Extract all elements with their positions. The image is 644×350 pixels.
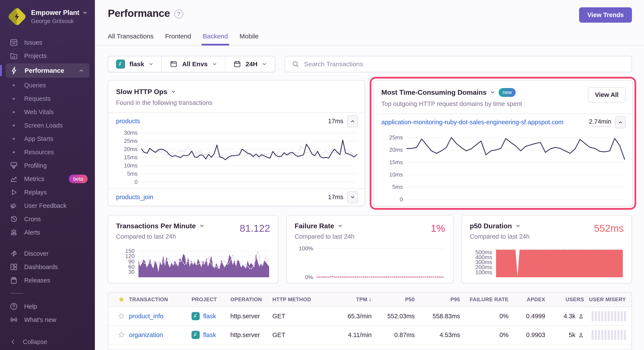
star-filled-icon[interactable] bbox=[118, 296, 125, 303]
tab-mobile[interactable]: Mobile bbox=[240, 33, 258, 45]
org-name[interactable]: Empower Plant bbox=[31, 9, 88, 17]
bullet-icon: • bbox=[10, 81, 18, 90]
tpm-cell: 4.11/min bbox=[348, 331, 372, 338]
column-header-p50[interactable]: P50 bbox=[405, 296, 415, 302]
p95-cell: 4.53ms bbox=[440, 331, 460, 338]
expand-row-button[interactable] bbox=[347, 191, 358, 203]
projects-icon bbox=[10, 52, 18, 60]
chart-plot bbox=[138, 248, 269, 277]
view-trends-button[interactable]: View Trends bbox=[579, 7, 632, 23]
flask-project-icon bbox=[192, 312, 200, 320]
chart-plot bbox=[407, 134, 624, 199]
sidebar-item-queries[interactable]: • Queries bbox=[0, 79, 95, 92]
sidebar-item-projects[interactable]: Projects bbox=[0, 49, 95, 63]
collapse-row-button[interactable] bbox=[615, 116, 626, 128]
sidebar-item-web-vitals[interactable]: • Web Vitals bbox=[0, 105, 95, 119]
sidebar-item-profiling[interactable]: Profiling bbox=[0, 159, 95, 172]
transaction-link[interactable]: products_join bbox=[116, 194, 324, 201]
sort-desc-icon: ↓ bbox=[368, 296, 372, 302]
org-switcher[interactable]: Empower Plant George Gritsouk bbox=[0, 6, 95, 27]
column-header-p95[interactable]: P95 bbox=[450, 296, 460, 302]
column-header-failure-rate[interactable]: FAILURE RATE bbox=[470, 296, 508, 302]
transaction-link[interactable]: product_info bbox=[129, 313, 192, 320]
widget-row: products 17ms bbox=[108, 113, 364, 130]
sidebar-item-what-s-new[interactable]: What's new bbox=[0, 313, 95, 326]
project-link[interactable]: flask bbox=[203, 331, 216, 338]
sidebar-item-issues[interactable]: Issues bbox=[0, 36, 95, 49]
sidebar-item-user-feedback[interactable]: User Feedback bbox=[0, 199, 95, 212]
failure-rate-title[interactable]: Failure Rate bbox=[294, 222, 445, 230]
tabs-divider bbox=[95, 45, 644, 46]
tab-all-transactions[interactable]: All Transactions bbox=[108, 33, 154, 45]
transaction-link[interactable]: application-monitoring-ruby-dot-sales-en… bbox=[381, 119, 585, 126]
table-row: organization flask http.server GET 4.11/… bbox=[108, 326, 632, 344]
tpm-cell: 65.3/min bbox=[348, 313, 372, 320]
table-row: product_info flask http.server GET 65.3/… bbox=[108, 307, 632, 326]
chevron-up-icon bbox=[618, 120, 623, 125]
sidebar-item-dashboards[interactable]: Dashboards bbox=[0, 260, 95, 274]
collapse-row-button[interactable] bbox=[347, 115, 358, 127]
chevron-down-icon bbox=[171, 89, 176, 94]
sidebar-item-label: Performance bbox=[24, 67, 64, 74]
transaction-link[interactable]: organization bbox=[129, 331, 192, 338]
sidebar-item-label: Requests bbox=[24, 95, 51, 102]
table-header: TRANSACTIONPROJECTOPERATIONHTTP METHODTP… bbox=[108, 292, 632, 307]
tab-backend[interactable]: Backend bbox=[203, 33, 228, 45]
chevron-up-icon bbox=[78, 68, 84, 73]
dashboards-icon bbox=[10, 263, 18, 271]
sidebar-item-app-starts[interactable]: • App Starts bbox=[0, 132, 95, 145]
tpm-value: 81.122 bbox=[240, 222, 270, 234]
column-header-user-misery[interactable]: USER MISERY bbox=[589, 296, 626, 302]
page-filters: flask All Envs 24H bbox=[108, 56, 275, 72]
sidebar-item-help[interactable]: Help bbox=[0, 300, 95, 313]
sidebar-item-requests[interactable]: • Requests bbox=[0, 92, 95, 105]
sidebar-item-alerts[interactable]: Alerts bbox=[0, 226, 95, 239]
slow-http-ops-panel: Slow HTTP Ops Found in the following tra… bbox=[108, 80, 365, 206]
help-icon[interactable]: ? bbox=[174, 10, 183, 19]
column-header-project[interactable]: PROJECT bbox=[192, 296, 230, 302]
sidebar-item-performance[interactable]: Performance bbox=[6, 64, 89, 78]
discover-icon bbox=[10, 249, 18, 258]
row-value: 2.74min bbox=[589, 118, 611, 126]
sidebar-item-releases[interactable]: Releases bbox=[0, 274, 95, 287]
sidebar-item-metrics[interactable]: Metrics beta bbox=[0, 172, 95, 186]
tpm-chart: 150120906030 bbox=[116, 248, 269, 277]
slow-http-ops-title[interactable]: Slow HTTP Ops bbox=[116, 88, 357, 96]
sidebar-item-label: Issues bbox=[24, 39, 42, 46]
sidebar-item-resources[interactable]: • Resources bbox=[0, 145, 95, 159]
sidebar-item-screen-loads[interactable]: • Screen Loads bbox=[0, 119, 95, 132]
transaction-link[interactable]: products bbox=[116, 118, 324, 125]
date-range-filter[interactable]: 24H bbox=[225, 56, 275, 72]
project-filter[interactable]: flask bbox=[108, 56, 161, 72]
column-header-users[interactable]: USERS bbox=[566, 296, 584, 302]
sidebar-item-discover[interactable]: Discover bbox=[0, 247, 95, 260]
sidebar-item-replays[interactable]: Replays bbox=[0, 186, 95, 199]
chevron-down-icon bbox=[212, 62, 217, 67]
http-method-cell: GET bbox=[272, 331, 326, 338]
column-header-apdex[interactable]: APDEX bbox=[527, 296, 545, 302]
y-axis: 100%0% bbox=[294, 248, 317, 277]
column-header-tpm[interactable]: TPM↓ bbox=[356, 296, 372, 303]
sidebar-item-crons[interactable]: Crons bbox=[0, 212, 95, 226]
star-outline-icon[interactable] bbox=[118, 331, 125, 339]
environment-filter[interactable]: All Envs bbox=[161, 56, 225, 72]
project-link[interactable]: flask bbox=[203, 313, 216, 320]
search-input[interactable] bbox=[304, 60, 625, 68]
page-title: Performance bbox=[108, 7, 170, 19]
column-header-transaction[interactable]: TRANSACTION bbox=[129, 296, 192, 302]
failure-rate-panel: Failure Rate 1% Compared to last 24h 100… bbox=[286, 215, 453, 283]
environment-filter-label: All Envs bbox=[182, 61, 208, 68]
new-badge: new bbox=[499, 88, 516, 97]
metrics-icon bbox=[10, 175, 18, 183]
tab-frontend[interactable]: Frontend bbox=[165, 33, 191, 45]
slow-http-ops-subtitle: Found in the following transactions bbox=[116, 99, 357, 106]
sidebar-item-label: Releases bbox=[24, 277, 50, 284]
apdex-cell: 0.9903 bbox=[526, 331, 545, 338]
star-outline-icon[interactable] bbox=[118, 312, 125, 320]
column-header-operation[interactable]: OPERATION bbox=[230, 296, 272, 302]
column-header-http-method[interactable]: HTTP METHOD bbox=[272, 296, 326, 302]
view-all-button[interactable]: View All bbox=[588, 87, 626, 103]
sidebar-collapse-button[interactable]: Collapse bbox=[0, 335, 95, 348]
p50-duration-panel: p50 Duration 552ms Compared to last 24h … bbox=[462, 215, 632, 283]
project-cell: flask bbox=[192, 331, 230, 339]
